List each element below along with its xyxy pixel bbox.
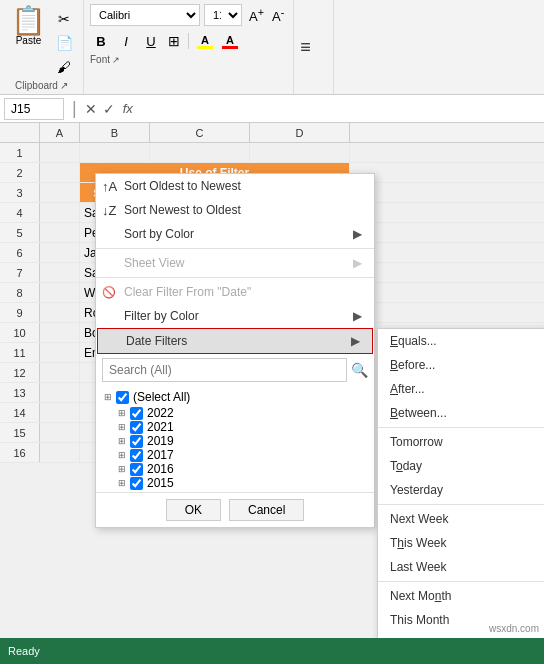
submenu-item-next-week[interactable]: Next Week bbox=[378, 507, 544, 531]
menu-item-date-filters[interactable]: Date Filters ▶ bbox=[97, 328, 373, 354]
submenu-item-before[interactable]: Before... bbox=[378, 353, 544, 377]
checklist-area: ⊞ (Select All) ⊞ 2022 ⊞ 2021 ⊞ 2019 ⊞ bbox=[96, 386, 374, 492]
row-num: 4 bbox=[0, 203, 40, 222]
checkbox-2017[interactable] bbox=[130, 449, 143, 462]
column-header-row: A B C D bbox=[0, 123, 544, 143]
submenu-separator-2 bbox=[378, 504, 544, 505]
cut-button[interactable]: ✂ bbox=[53, 8, 75, 30]
ribbon: 📋 Paste ✂ 📄 🖌 Clipboard ↗ Calibri 11 A+ bbox=[0, 0, 544, 95]
cell-9a[interactable] bbox=[40, 303, 80, 322]
submenu-item-after[interactable]: After... bbox=[378, 377, 544, 401]
clipboard-label: Clipboard ↗ bbox=[15, 80, 68, 91]
sheet-container: A B C D 1 2 Use of Filter 3 Sales ▼ bbox=[0, 123, 544, 638]
checkbox-select-all[interactable] bbox=[116, 391, 129, 404]
row-num: 14 bbox=[0, 403, 40, 422]
row-num: 8 bbox=[0, 283, 40, 302]
cell-2a[interactable] bbox=[40, 163, 80, 182]
check-item-2019[interactable]: ⊞ 2019 bbox=[118, 434, 366, 448]
checkbox-2019[interactable] bbox=[130, 435, 143, 448]
paste-button[interactable]: 📋 Paste bbox=[8, 4, 49, 49]
checkbox-2015[interactable] bbox=[130, 477, 143, 490]
check-item-2021[interactable]: ⊞ 2021 bbox=[118, 420, 366, 434]
submenu-item-next-month[interactable]: Next Month bbox=[378, 584, 544, 608]
submenu-item-yesterday[interactable]: Yesterday bbox=[378, 478, 544, 502]
menu-item-filter-color[interactable]: Filter by Color ▶ bbox=[96, 304, 374, 328]
submenu-item-this-week[interactable]: This Week bbox=[378, 531, 544, 555]
submenu-item-last-week[interactable]: Last Week bbox=[378, 555, 544, 579]
search-input[interactable] bbox=[102, 358, 347, 382]
cancel-button[interactable]: Cancel bbox=[229, 499, 304, 521]
cell-6a[interactable] bbox=[40, 243, 80, 262]
cell-1b[interactable] bbox=[80, 143, 150, 162]
menu-label-sort-newest: Sort Newest to Oldest bbox=[124, 203, 241, 217]
menu-label-date-filters: Date Filters bbox=[126, 334, 187, 348]
font-section-label: Font bbox=[90, 54, 110, 65]
check-item-2022[interactable]: ⊞ 2022 bbox=[118, 406, 366, 420]
clipboard-expand-icon[interactable]: ↗ bbox=[60, 80, 68, 91]
submenu-item-tomorrow[interactable]: Tomorrow bbox=[378, 430, 544, 454]
decrease-font-button[interactable]: A- bbox=[269, 4, 287, 26]
cell-1a[interactable] bbox=[40, 143, 80, 162]
name-box[interactable] bbox=[4, 98, 64, 120]
format-painter-button[interactable]: 🖌 bbox=[53, 56, 75, 78]
cell-1c[interactable] bbox=[150, 143, 250, 162]
search-icon[interactable]: 🔍 bbox=[351, 362, 368, 378]
font-name-select[interactable]: Calibri bbox=[90, 4, 200, 26]
check-item-select-all[interactable]: ⊞ (Select All) bbox=[104, 388, 366, 406]
cell-4a[interactable] bbox=[40, 203, 80, 222]
sort-desc-icon: ↓Z bbox=[102, 203, 116, 218]
underline-a: A bbox=[390, 382, 398, 396]
font-color-button[interactable]: A bbox=[219, 30, 241, 52]
check-label-2015: 2015 bbox=[147, 476, 174, 490]
checkbox-2022[interactable] bbox=[130, 407, 143, 420]
submenu-item-today[interactable]: Today bbox=[378, 454, 544, 478]
formula-icons: ✕ ✓ bbox=[85, 101, 115, 117]
check-label-2019: 2019 bbox=[147, 434, 174, 448]
check-item-2016[interactable]: ⊞ 2016 bbox=[118, 462, 366, 476]
submenu-item-equals[interactable]: Equals... bbox=[378, 329, 544, 353]
bold-button[interactable]: B bbox=[90, 30, 112, 52]
check-item-2015[interactable]: ⊞ 2015 bbox=[118, 476, 366, 490]
col-header-c: C bbox=[150, 123, 250, 142]
font-section: Calibri 11 A+ A- B I U ⊞ A A bbox=[84, 0, 294, 94]
font-size-select[interactable]: 11 bbox=[204, 4, 242, 26]
underline-button[interactable]: U bbox=[140, 30, 162, 52]
checkbox-2021[interactable] bbox=[130, 421, 143, 434]
cell-8a[interactable] bbox=[40, 283, 80, 302]
confirm-formula-icon[interactable]: ✓ bbox=[103, 101, 115, 117]
check-item-2017[interactable]: ⊞ 2017 bbox=[118, 448, 366, 462]
paste-label: Paste bbox=[16, 35, 42, 46]
expand-icon-2022: ⊞ bbox=[118, 408, 126, 418]
font-expand-icon[interactable]: ↗ bbox=[112, 55, 120, 65]
cell-3a[interactable] bbox=[40, 183, 80, 202]
cell-5a[interactable] bbox=[40, 223, 80, 242]
align-icon[interactable]: ≡ bbox=[300, 37, 327, 58]
cancel-formula-icon[interactable]: ✕ bbox=[85, 101, 97, 117]
col-header-d: D bbox=[250, 123, 350, 142]
italic-button[interactable]: I bbox=[115, 30, 137, 52]
menu-item-sort-color[interactable]: Sort by Color ▶ bbox=[96, 222, 374, 246]
borders-button[interactable]: ⊞ bbox=[165, 30, 183, 52]
checkbox-2016[interactable] bbox=[130, 463, 143, 476]
submenu-item-between[interactable]: Between... bbox=[378, 401, 544, 425]
copy-button[interactable]: 📄 bbox=[53, 32, 75, 54]
cell-10a[interactable] bbox=[40, 323, 80, 342]
fill-color-button[interactable]: A bbox=[194, 30, 216, 52]
menu-separator bbox=[96, 248, 374, 249]
expand-icon: ⊞ bbox=[104, 392, 112, 402]
increase-font-button[interactable]: A+ bbox=[246, 4, 267, 26]
menu-item-sort-oldest[interactable]: ↑A Sort Oldest to Newest bbox=[96, 174, 374, 198]
cell-11a[interactable] bbox=[40, 343, 80, 362]
expand-icon-2015: ⊞ bbox=[118, 478, 126, 488]
formula-bar: | ✕ ✓ fx bbox=[0, 95, 544, 123]
cell-1d[interactable] bbox=[250, 143, 350, 162]
cell-7a[interactable] bbox=[40, 263, 80, 282]
menu-item-sort-newest[interactable]: ↓Z Sort Newest to Oldest bbox=[96, 198, 374, 222]
row-num: 7 bbox=[0, 263, 40, 282]
row-num: 16 bbox=[0, 443, 40, 462]
context-menu: ↑A Sort Oldest to Newest ↓Z Sort Newest … bbox=[95, 173, 375, 528]
fx-label: fx bbox=[123, 101, 133, 116]
watermark: wsxdn.com bbox=[489, 623, 539, 634]
ok-button[interactable]: OK bbox=[166, 499, 221, 521]
fill-color-bar bbox=[197, 46, 213, 49]
